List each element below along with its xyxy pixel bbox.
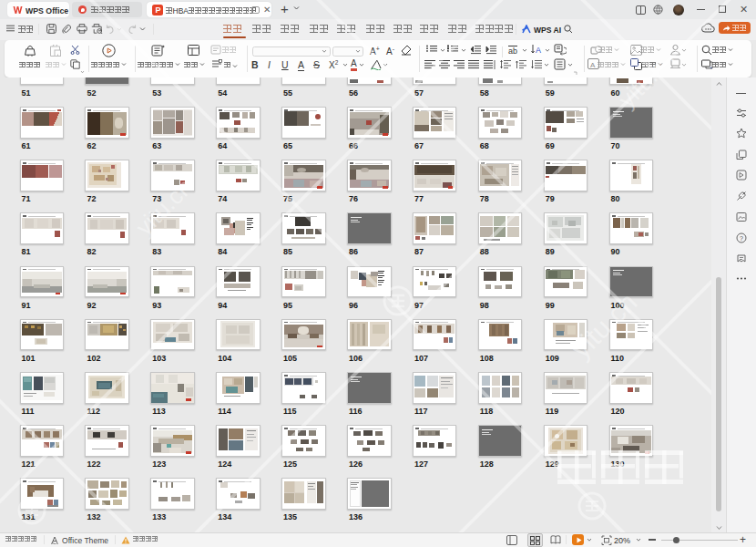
svg-text:A: A bbox=[536, 46, 541, 55]
svg-text:?: ? bbox=[740, 234, 743, 241]
svg-text:A: A bbox=[590, 61, 596, 69]
